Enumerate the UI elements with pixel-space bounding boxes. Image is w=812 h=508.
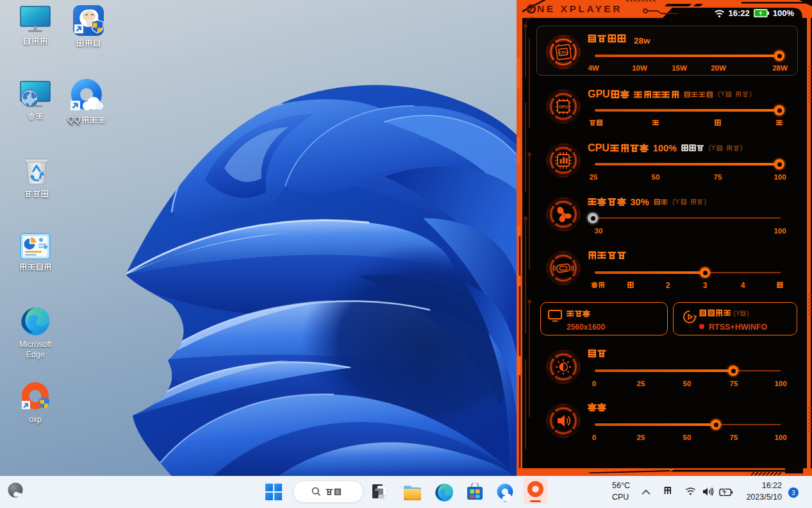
svg-text:GPU: GPU	[559, 105, 568, 109]
svg-text:CPU: CPU	[559, 49, 568, 55]
